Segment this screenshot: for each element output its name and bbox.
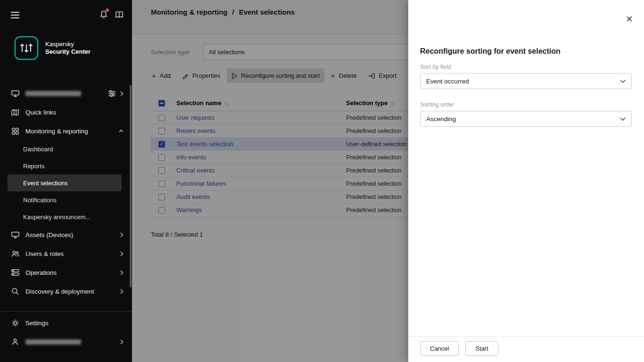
- server-icon: [10, 90, 20, 97]
- sort-by-field-value: Event occurred: [426, 78, 469, 85]
- drawer-title: Reconfigure sorting for event selection: [420, 47, 632, 56]
- sidebar-item-notifications[interactable]: Notifications: [0, 191, 132, 208]
- server-name-redacted: [25, 91, 81, 96]
- sidebar-bottom: Settings: [0, 311, 132, 351]
- sidebar-item-quick-links[interactable]: Quick links: [0, 103, 132, 122]
- chevron-right-icon: [120, 270, 124, 275]
- sidebar-item-label: Monitoring & reporting: [25, 128, 88, 135]
- sidebar-divider: [0, 311, 132, 312]
- sidebar-topbar: [0, 0, 132, 30]
- magnifier-icon: [10, 288, 20, 295]
- sidebar-item-label: Settings: [25, 320, 49, 327]
- map-icon: [10, 109, 20, 116]
- chevron-down-icon: [620, 117, 626, 121]
- chevron-up-icon: [119, 130, 124, 132]
- monitor-icon: [10, 231, 20, 239]
- sidebar-item-operations[interactable]: Operations: [0, 263, 132, 282]
- sidebar-nav: Quick links Monitoring & reporting Dashb…: [0, 84, 132, 301]
- sidebar-item-event-selections[interactable]: Event selections: [8, 174, 122, 191]
- sorting-order-value: Ascending: [426, 115, 456, 123]
- drawer-footer: Cancel Start: [408, 336, 644, 362]
- notifications-bell-icon[interactable]: [99, 10, 108, 19]
- sidebar-item-discovery[interactable]: Discovery & deployment: [0, 282, 132, 301]
- screen: Kaspersky Security Center: [0, 0, 644, 362]
- stack-icon: [10, 269, 20, 276]
- sidebar-item-label: Discovery & deployment: [25, 288, 94, 295]
- account-name-redacted: [25, 339, 81, 345]
- sidebar-item-label: Users & roles: [25, 250, 64, 257]
- chevron-right-icon: [120, 251, 124, 256]
- sidebar-item-announcements[interactable]: Kaspersky announcem...: [0, 208, 132, 225]
- kaspersky-logo: Kaspersky Security Center: [14, 36, 132, 60]
- chevron-right-icon: [120, 232, 124, 238]
- help-book-icon[interactable]: [115, 11, 124, 18]
- sidebar-item-assets[interactable]: Assets (Devices): [0, 225, 132, 244]
- chevron-down-icon: [620, 80, 626, 83]
- sidebar-item-label: Operations: [25, 269, 57, 276]
- sort-by-field-label: Sort by field: [420, 64, 632, 70]
- start-button[interactable]: Start: [465, 341, 498, 356]
- close-icon[interactable]: ×: [626, 13, 633, 25]
- sidebar-item-settings[interactable]: Settings: [0, 313, 132, 332]
- logo-line1: Kaspersky: [45, 41, 91, 48]
- gear-icon: [10, 319, 20, 327]
- sidebar-item-users-roles[interactable]: Users & roles: [0, 244, 132, 263]
- notification-dot: [106, 8, 109, 12]
- chevron-right-icon: [120, 289, 124, 294]
- sidebar-item-account[interactable]: [0, 332, 132, 351]
- user-icon: [10, 338, 20, 346]
- sidebar-scrollbar[interactable]: [130, 85, 132, 288]
- sliders-icon[interactable]: [108, 90, 116, 97]
- sidebar-item-server[interactable]: [0, 84, 132, 103]
- drawer-body: Reconfigure sorting for event selection …: [408, 0, 644, 127]
- sidebar-item-label: Assets (Devices): [25, 231, 73, 239]
- sorting-order-dropdown[interactable]: Ascending: [420, 111, 632, 127]
- kaspersky-logo-icon: [14, 36, 39, 60]
- reconfigure-sorting-drawer: × Reconfigure sorting for event selectio…: [408, 0, 644, 362]
- cancel-button[interactable]: Cancel: [420, 341, 459, 356]
- sidebar-item-dashboard[interactable]: Dashboard: [0, 140, 132, 157]
- hamburger-menu-icon[interactable]: [11, 12, 19, 18]
- sort-by-field-dropdown[interactable]: Event occurred: [420, 73, 632, 89]
- sidebar-item-reports[interactable]: Reports: [0, 157, 132, 174]
- users-icon: [10, 250, 20, 257]
- sidebar: Kaspersky Security Center: [0, 0, 132, 362]
- sidebar-item-label: Quick links: [25, 109, 56, 116]
- chevron-right-icon: [120, 339, 124, 345]
- dashboard-grid-icon: [10, 128, 20, 135]
- chevron-right-icon[interactable]: [120, 91, 124, 96]
- sorting-order-label: Sorting order: [420, 101, 632, 108]
- logo-line2: Security Center: [45, 48, 91, 56]
- sidebar-item-monitoring[interactable]: Monitoring & reporting: [0, 122, 132, 140]
